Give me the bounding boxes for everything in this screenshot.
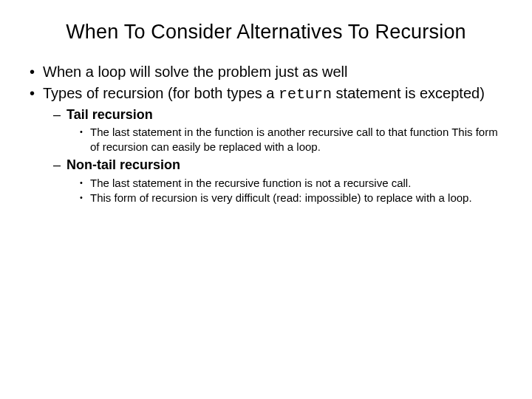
bullet-lvl2: Non-tail recursion The last statement in…: [53, 157, 502, 205]
slide: When To Consider Alternatives To Recursi…: [0, 0, 532, 399]
sub-sub-list: The last statement in the function is an…: [66, 125, 502, 154]
bullet-text: The last statement in the function is an…: [90, 126, 498, 153]
code-keyword: return: [279, 86, 332, 103]
bullet-text: This form of recursion is very difficult…: [90, 191, 472, 204]
sub-list: Tail recursion The last statement in the…: [43, 106, 502, 205]
bullet-text: Tail recursion: [66, 107, 153, 122]
bullet-text-post: statement is excepted): [332, 85, 485, 101]
bullet-lvl1: When a loop will solve the problem just …: [30, 63, 502, 81]
bullet-lvl1: Types of recursion (for both types a ret…: [30, 84, 502, 205]
bullet-list: When a loop will solve the problem just …: [30, 63, 502, 205]
bullet-text: When a loop will solve the problem just …: [43, 64, 347, 80]
sub-sub-list: The last statement in the recursive func…: [66, 176, 502, 205]
bullet-text-pre: Types of recursion (for both types a: [43, 85, 279, 101]
slide-title: When To Consider Alternatives To Recursi…: [30, 21, 502, 44]
bullet-lvl2: Tail recursion The last statement in the…: [53, 106, 502, 154]
bullet-lvl3: The last statement in the recursive func…: [80, 176, 502, 191]
bullet-lvl3: This form of recursion is very difficult…: [80, 191, 502, 205]
bullet-text: Non-tail recursion: [66, 157, 180, 172]
bullet-lvl3: The last statement in the function is an…: [80, 125, 502, 154]
bullet-text: The last statement in the recursive func…: [90, 177, 411, 189]
